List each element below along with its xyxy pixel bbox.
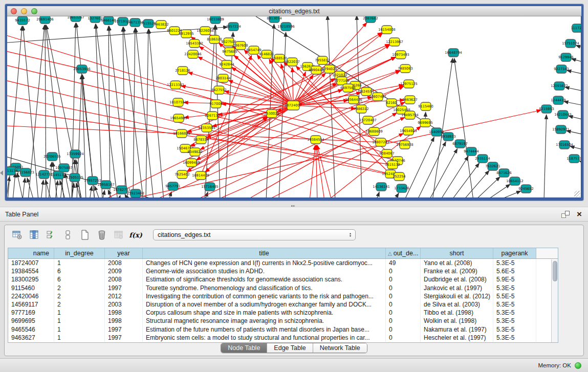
table-cell[interactable]: 1997 — [105, 284, 143, 292]
graph-edge[interactable] — [475, 177, 500, 198]
table-cell[interactable]: Corpus callosum shape and size in male p… — [143, 309, 386, 317]
table-cell[interactable]: 6 — [54, 267, 105, 275]
table-cell[interactable]: 0 — [386, 317, 421, 325]
table-cell[interactable]: 5.3E-5 — [493, 259, 536, 267]
column-header-year[interactable]: year — [105, 248, 143, 258]
table-cell[interactable]: 0 — [386, 292, 421, 300]
table-cell[interactable]: Dudbridge et al. (2008) — [421, 275, 493, 283]
graph-edge[interactable] — [417, 142, 446, 198]
scrollbar-thumb[interactable] — [553, 261, 557, 281]
table-cell[interactable]: Hescheler et al. (1997) — [421, 334, 493, 342]
table-cell[interactable]: 1998 — [105, 309, 143, 317]
new-table-icon[interactable] — [79, 230, 91, 240]
graph-node-12213383[interactable]: 12213383 — [167, 81, 184, 89]
table-cell[interactable]: Estimation of significance thresholds fo… — [143, 275, 386, 283]
table-cell[interactable]: Estimation of the future numbers of pati… — [143, 325, 386, 334]
table-cell[interactable]: 22420046 — [8, 292, 54, 300]
table-cell[interactable]: 5.3E-5 — [493, 334, 536, 342]
graph-node-16033809[interactable]: 16033809 — [207, 16, 224, 24]
table-cell[interactable]: 6 — [54, 275, 105, 283]
graph-node-8186328[interactable]: 8186328 — [207, 35, 222, 43]
minimize-window-icon[interactable] — [21, 8, 27, 14]
graph-node-12142737[interactable]: 12142737 — [35, 170, 53, 179]
graph-node-111724[interactable]: 111724 — [571, 24, 581, 32]
graph-node-12093872[interactable]: 12093872 — [551, 82, 568, 90]
graph-edge[interactable] — [376, 192, 379, 198]
graph-node-9084067[interactable]: 9084067 — [379, 149, 394, 158]
table-cell[interactable]: 1998 — [105, 317, 143, 325]
table-row[interactable]: 2242004622012Investigating the contribut… — [8, 292, 558, 300]
select-columns-icon[interactable] — [29, 230, 40, 240]
graph-node-15892971[interactable]: 15892971 — [552, 125, 570, 134]
graph-node-17016504[interactable]: 17016504 — [556, 141, 573, 149]
table-cell[interactable]: 5.3E-5 — [493, 309, 536, 317]
float-window-icon[interactable] — [561, 211, 570, 218]
graph-node-16543382[interactable]: 16543382 — [186, 39, 203, 48]
graph-edge[interactable] — [293, 105, 356, 108]
graph-edge[interactable] — [95, 186, 100, 198]
table-row[interactable]: 1830029562008Estimation of significance … — [8, 275, 558, 283]
network-window-titlebar[interactable]: citations_edges.txt — [7, 6, 581, 16]
graph-edge[interactable] — [96, 24, 118, 198]
table-cell[interactable]: 0 — [386, 284, 421, 292]
graph-node-8471626[interactable]: 8471626 — [496, 169, 511, 177]
select-rows-icon[interactable] — [46, 230, 57, 240]
graph-edge[interactable] — [146, 29, 148, 198]
table-cell[interactable]: Tibbo et al. (1998) — [421, 309, 493, 317]
graph-edge[interactable] — [317, 145, 332, 198]
tab-network-table[interactable]: Network Table — [313, 343, 367, 353]
table-cell[interactable]: de Silva et al. (2003) — [421, 300, 493, 309]
graph-edge[interactable] — [544, 115, 547, 198]
graph-node-2087682[interactable]: 2087682 — [363, 16, 378, 23]
column-header-title[interactable]: title — [143, 248, 386, 258]
graph-edge[interactable] — [13, 173, 15, 198]
table-row[interactable]: 946362711997Embryonic stem cells: a mode… — [8, 334, 558, 342]
graph-edge[interactable] — [119, 195, 120, 198]
table-cell[interactable]: Investigating the contribution of common… — [143, 292, 386, 300]
graph-edge[interactable] — [316, 145, 317, 198]
table-cell[interactable]: 1 — [54, 259, 105, 267]
table-selector-dropdown[interactable]: citations_edges.txt ▴▾ — [153, 229, 356, 240]
table-cell[interactable]: 2003 — [105, 300, 143, 309]
graph-node-9463627[interactable]: 9463627 — [402, 96, 417, 104]
table-cell[interactable]: 1997 — [105, 334, 143, 342]
graph-node-1733426[interactable]: 1733426 — [394, 184, 409, 192]
graph-node-2803144[interactable]: 2803144 — [215, 74, 230, 82]
table-cell[interactable]: 5.9E-5 — [493, 275, 536, 283]
table-row[interactable]: 946554611997Estimation of the future num… — [8, 325, 558, 334]
graph-node-16210643[interactable]: 16210643 — [554, 111, 572, 119]
graph-node-15720407[interactable]: 15720407 — [359, 116, 377, 124]
table-cell[interactable]: 9465546 — [8, 325, 54, 334]
graph-node-7857224[interactable]: 7857224 — [226, 23, 241, 31]
table-cell[interactable]: 1 — [54, 334, 105, 342]
table-cell[interactable]: 2009 — [105, 267, 143, 275]
graph-node-20206535[interactable]: 20206535 — [43, 152, 61, 161]
table-cell[interactable]: 0 — [386, 267, 421, 275]
graph-node-19756928[interactable]: 19756928 — [396, 141, 413, 149]
graph-node-15716485[interactable]: 15716485 — [201, 183, 219, 191]
table-row[interactable]: 977716911998Corpus callosum shape and si… — [8, 309, 558, 317]
vertical-scrollbar[interactable] — [551, 259, 558, 343]
table-cell[interactable]: 2008 — [105, 275, 143, 283]
graph-node-9474444[interactable]: 9474444 — [464, 147, 478, 156]
graph-node-7955812[interactable]: 7955812 — [315, 56, 330, 64]
table-cell[interactable]: 18724007 — [8, 259, 54, 267]
graph-edge[interactable] — [7, 32, 387, 154]
table-cell[interactable]: 2012 — [105, 292, 143, 300]
graph-node-9475685[interactable]: 9475685 — [222, 48, 237, 56]
network-graph[interactable]: 9435572206914061065326713276026466140107… — [7, 16, 581, 198]
table-cell[interactable]: 0 — [386, 275, 421, 283]
table-settings-icon[interactable] — [12, 230, 23, 240]
table-cell[interactable]: 5.3E-5 — [493, 284, 536, 292]
table-cell[interactable]: 9463627 — [8, 334, 54, 342]
tab-node-table[interactable]: Node Table — [221, 343, 267, 353]
graph-node-9435572[interactable]: 9435572 — [15, 16, 30, 25]
graph-node-14136141[interactable]: 14136141 — [373, 183, 390, 191]
table-row[interactable]: 1938455462009Genome-wide association stu… — [8, 267, 558, 275]
graph-edge[interactable] — [429, 149, 458, 198]
graph-edge[interactable] — [90, 186, 92, 198]
table-cell[interactable]: 5.3E-5 — [493, 325, 536, 334]
close-window-icon[interactable] — [11, 8, 17, 14]
column-header-in-degree[interactable]: in_degree — [54, 248, 105, 258]
graph-node-7625402[interactable]: 7625402 — [175, 170, 189, 179]
